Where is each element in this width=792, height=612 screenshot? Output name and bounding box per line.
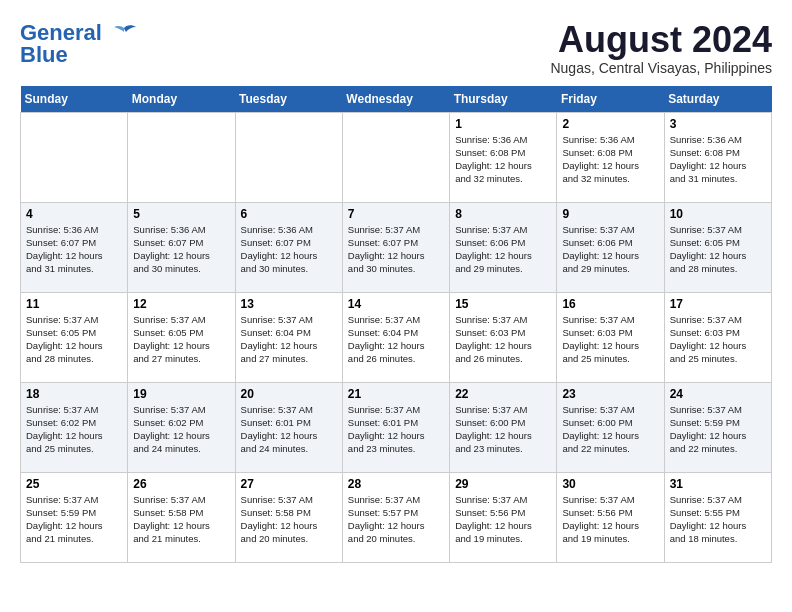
day-info: Sunrise: 5:37 AM Sunset: 6:00 PM Dayligh… <box>455 403 551 456</box>
logo: General Blue <box>20 20 138 68</box>
day-info: Sunrise: 5:37 AM Sunset: 5:57 PM Dayligh… <box>348 493 444 546</box>
header-sunday: Sunday <box>21 86 128 113</box>
calendar-table: SundayMondayTuesdayWednesdayThursdayFrid… <box>20 86 772 563</box>
calendar-cell: 13Sunrise: 5:37 AM Sunset: 6:04 PM Dayli… <box>235 292 342 382</box>
calendar-cell <box>128 112 235 202</box>
calendar-cell: 26Sunrise: 5:37 AM Sunset: 5:58 PM Dayli… <box>128 472 235 562</box>
week-row-4: 18Sunrise: 5:37 AM Sunset: 6:02 PM Dayli… <box>21 382 772 472</box>
header-friday: Friday <box>557 86 664 113</box>
week-row-3: 11Sunrise: 5:37 AM Sunset: 6:05 PM Dayli… <box>21 292 772 382</box>
day-info: Sunrise: 5:37 AM Sunset: 6:05 PM Dayligh… <box>26 313 122 366</box>
day-number: 5 <box>133 207 229 221</box>
calendar-cell: 21Sunrise: 5:37 AM Sunset: 6:01 PM Dayli… <box>342 382 449 472</box>
calendar-cell <box>21 112 128 202</box>
calendar-cell: 2Sunrise: 5:36 AM Sunset: 6:08 PM Daylig… <box>557 112 664 202</box>
day-number: 26 <box>133 477 229 491</box>
day-number: 16 <box>562 297 658 311</box>
day-number: 21 <box>348 387 444 401</box>
calendar-cell: 29Sunrise: 5:37 AM Sunset: 5:56 PM Dayli… <box>450 472 557 562</box>
day-number: 4 <box>26 207 122 221</box>
day-number: 25 <box>26 477 122 491</box>
day-number: 20 <box>241 387 337 401</box>
day-info: Sunrise: 5:37 AM Sunset: 6:01 PM Dayligh… <box>241 403 337 456</box>
day-info: Sunrise: 5:37 AM Sunset: 5:58 PM Dayligh… <box>133 493 229 546</box>
week-row-2: 4Sunrise: 5:36 AM Sunset: 6:07 PM Daylig… <box>21 202 772 292</box>
calendar-cell: 9Sunrise: 5:37 AM Sunset: 6:06 PM Daylig… <box>557 202 664 292</box>
day-info: Sunrise: 5:37 AM Sunset: 5:56 PM Dayligh… <box>455 493 551 546</box>
day-number: 31 <box>670 477 766 491</box>
day-number: 23 <box>562 387 658 401</box>
day-info: Sunrise: 5:37 AM Sunset: 6:03 PM Dayligh… <box>562 313 658 366</box>
day-number: 3 <box>670 117 766 131</box>
day-info: Sunrise: 5:37 AM Sunset: 6:03 PM Dayligh… <box>455 313 551 366</box>
day-info: Sunrise: 5:36 AM Sunset: 6:07 PM Dayligh… <box>241 223 337 276</box>
calendar-cell: 4Sunrise: 5:36 AM Sunset: 6:07 PM Daylig… <box>21 202 128 292</box>
day-number: 12 <box>133 297 229 311</box>
day-info: Sunrise: 5:36 AM Sunset: 6:08 PM Dayligh… <box>670 133 766 186</box>
day-number: 17 <box>670 297 766 311</box>
day-info: Sunrise: 5:37 AM Sunset: 5:58 PM Dayligh… <box>241 493 337 546</box>
day-info: Sunrise: 5:37 AM Sunset: 6:06 PM Dayligh… <box>455 223 551 276</box>
day-info: Sunrise: 5:37 AM Sunset: 6:05 PM Dayligh… <box>133 313 229 366</box>
calendar-cell: 10Sunrise: 5:37 AM Sunset: 6:05 PM Dayli… <box>664 202 771 292</box>
calendar-cell: 28Sunrise: 5:37 AM Sunset: 5:57 PM Dayli… <box>342 472 449 562</box>
calendar-cell: 3Sunrise: 5:36 AM Sunset: 6:08 PM Daylig… <box>664 112 771 202</box>
day-info: Sunrise: 5:37 AM Sunset: 5:59 PM Dayligh… <box>670 403 766 456</box>
day-number: 14 <box>348 297 444 311</box>
header-saturday: Saturday <box>664 86 771 113</box>
calendar-header-row: SundayMondayTuesdayWednesdayThursdayFrid… <box>21 86 772 113</box>
calendar-cell: 6Sunrise: 5:36 AM Sunset: 6:07 PM Daylig… <box>235 202 342 292</box>
calendar-cell: 19Sunrise: 5:37 AM Sunset: 6:02 PM Dayli… <box>128 382 235 472</box>
calendar-cell: 17Sunrise: 5:37 AM Sunset: 6:03 PM Dayli… <box>664 292 771 382</box>
calendar-cell: 31Sunrise: 5:37 AM Sunset: 5:55 PM Dayli… <box>664 472 771 562</box>
day-info: Sunrise: 5:37 AM Sunset: 5:55 PM Dayligh… <box>670 493 766 546</box>
calendar-cell: 20Sunrise: 5:37 AM Sunset: 6:01 PM Dayli… <box>235 382 342 472</box>
calendar-cell: 25Sunrise: 5:37 AM Sunset: 5:59 PM Dayli… <box>21 472 128 562</box>
day-number: 10 <box>670 207 766 221</box>
calendar-cell: 1Sunrise: 5:36 AM Sunset: 6:08 PM Daylig… <box>450 112 557 202</box>
calendar-cell: 18Sunrise: 5:37 AM Sunset: 6:02 PM Dayli… <box>21 382 128 472</box>
day-info: Sunrise: 5:37 AM Sunset: 5:56 PM Dayligh… <box>562 493 658 546</box>
calendar-cell: 11Sunrise: 5:37 AM Sunset: 6:05 PM Dayli… <box>21 292 128 382</box>
header-tuesday: Tuesday <box>235 86 342 113</box>
day-number: 19 <box>133 387 229 401</box>
day-number: 6 <box>241 207 337 221</box>
logo-bird-icon <box>110 24 138 44</box>
day-info: Sunrise: 5:37 AM Sunset: 6:03 PM Dayligh… <box>670 313 766 366</box>
calendar-cell: 15Sunrise: 5:37 AM Sunset: 6:03 PM Dayli… <box>450 292 557 382</box>
day-number: 13 <box>241 297 337 311</box>
day-number: 28 <box>348 477 444 491</box>
calendar-cell: 22Sunrise: 5:37 AM Sunset: 6:00 PM Dayli… <box>450 382 557 472</box>
day-info: Sunrise: 5:37 AM Sunset: 6:02 PM Dayligh… <box>133 403 229 456</box>
day-info: Sunrise: 5:37 AM Sunset: 6:01 PM Dayligh… <box>348 403 444 456</box>
header-monday: Monday <box>128 86 235 113</box>
day-info: Sunrise: 5:37 AM Sunset: 6:05 PM Dayligh… <box>670 223 766 276</box>
day-info: Sunrise: 5:36 AM Sunset: 6:08 PM Dayligh… <box>455 133 551 186</box>
week-row-5: 25Sunrise: 5:37 AM Sunset: 5:59 PM Dayli… <box>21 472 772 562</box>
calendar-cell: 27Sunrise: 5:37 AM Sunset: 5:58 PM Dayli… <box>235 472 342 562</box>
calendar-cell: 14Sunrise: 5:37 AM Sunset: 6:04 PM Dayli… <box>342 292 449 382</box>
day-number: 29 <box>455 477 551 491</box>
day-info: Sunrise: 5:36 AM Sunset: 6:07 PM Dayligh… <box>26 223 122 276</box>
day-info: Sunrise: 5:37 AM Sunset: 6:07 PM Dayligh… <box>348 223 444 276</box>
page-header: General Blue August 2024 Nugas, Central … <box>20 20 772 76</box>
day-number: 15 <box>455 297 551 311</box>
day-number: 8 <box>455 207 551 221</box>
day-info: Sunrise: 5:36 AM Sunset: 6:08 PM Dayligh… <box>562 133 658 186</box>
day-info: Sunrise: 5:37 AM Sunset: 5:59 PM Dayligh… <box>26 493 122 546</box>
day-number: 7 <box>348 207 444 221</box>
day-number: 22 <box>455 387 551 401</box>
calendar-cell: 5Sunrise: 5:36 AM Sunset: 6:07 PM Daylig… <box>128 202 235 292</box>
calendar-cell: 23Sunrise: 5:37 AM Sunset: 6:00 PM Dayli… <box>557 382 664 472</box>
day-number: 27 <box>241 477 337 491</box>
logo-blue-text: Blue <box>20 42 68 68</box>
day-number: 18 <box>26 387 122 401</box>
calendar-cell: 8Sunrise: 5:37 AM Sunset: 6:06 PM Daylig… <box>450 202 557 292</box>
calendar-cell: 30Sunrise: 5:37 AM Sunset: 5:56 PM Dayli… <box>557 472 664 562</box>
day-number: 30 <box>562 477 658 491</box>
day-info: Sunrise: 5:37 AM Sunset: 6:06 PM Dayligh… <box>562 223 658 276</box>
calendar-cell: 24Sunrise: 5:37 AM Sunset: 5:59 PM Dayli… <box>664 382 771 472</box>
title-area: August 2024 Nugas, Central Visayas, Phil… <box>550 20 772 76</box>
week-row-1: 1Sunrise: 5:36 AM Sunset: 6:08 PM Daylig… <box>21 112 772 202</box>
day-info: Sunrise: 5:36 AM Sunset: 6:07 PM Dayligh… <box>133 223 229 276</box>
